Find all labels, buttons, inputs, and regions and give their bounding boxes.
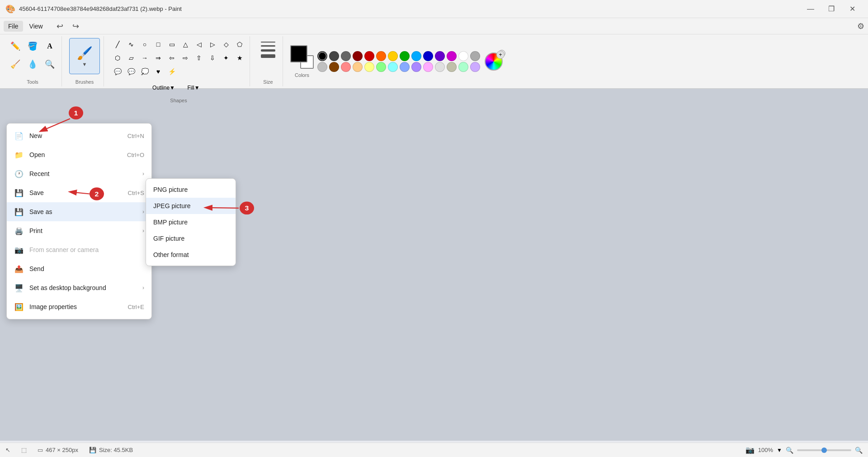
shape-callout1[interactable]: 💬 <box>111 65 124 78</box>
shape-heart[interactable]: ♥ <box>152 65 165 78</box>
shape-tri1[interactable]: △ <box>179 38 192 51</box>
color-peach[interactable] <box>353 62 363 72</box>
picker-tool[interactable]: 💧 <box>24 56 41 72</box>
saveas-bmp[interactable]: BMP picture <box>146 214 236 230</box>
shape-tri3[interactable]: ▷ <box>206 38 219 51</box>
color-selector[interactable] <box>290 45 314 69</box>
brushes-button[interactable]: 🖌️ ▼ <box>69 38 100 74</box>
shape-arrow4[interactable]: ⇨ <box>179 52 192 64</box>
shape-arrow5[interactable]: ⇧ <box>193 52 205 64</box>
menu-item-print[interactable]: 🖨️ Print › <box>7 221 151 240</box>
view-menu-button[interactable]: View <box>25 21 47 32</box>
color-periwinkle[interactable] <box>400 62 410 72</box>
size-4[interactable] <box>261 54 275 58</box>
size-1[interactable] <box>261 42 275 43</box>
shape-star5[interactable]: ★ <box>233 52 246 64</box>
screenshot-icon[interactable]: 📷 <box>745 446 755 454</box>
shape-tri2[interactable]: ◁ <box>193 38 205 51</box>
color-red[interactable] <box>364 51 374 61</box>
menu-item-open[interactable]: 📁 Open Ctrl+O <box>7 145 151 164</box>
color-lightgreen[interactable] <box>376 62 386 72</box>
shape-star4[interactable]: ✦ <box>220 52 232 64</box>
shape-pent[interactable]: ⬠ <box>233 38 246 51</box>
color-lightblue[interactable] <box>411 51 421 61</box>
pencil-tool[interactable]: ✏️ <box>7 38 24 54</box>
color-lightgray[interactable] <box>470 51 480 61</box>
color-gray[interactable] <box>341 51 351 61</box>
saveas-other[interactable]: Other format <box>146 247 236 263</box>
color-lilac[interactable] <box>470 62 480 72</box>
color-darkgray[interactable] <box>329 51 339 61</box>
color-darkred[interactable] <box>353 51 363 61</box>
shape-rect[interactable]: □ <box>152 38 165 51</box>
zoom-slider[interactable] <box>797 449 851 451</box>
color-white[interactable] <box>458 51 468 61</box>
color-lightyellow[interactable] <box>364 62 374 72</box>
size-2[interactable] <box>261 45 275 47</box>
color-silver[interactable] <box>317 62 327 72</box>
menu-item-properties[interactable]: 🖼️ Image properties Ctrl+E <box>7 297 151 316</box>
menu-item-recent[interactable]: 🕐 Recent › <box>7 164 151 183</box>
shape-callout3[interactable]: 💭 <box>138 65 151 78</box>
color-yellow[interactable] <box>388 51 398 61</box>
canvas-area[interactable]: 📄 New Ctrl+N 📁 Open Ctrl+O 🕐 Recent › 💾 … <box>0 89 868 441</box>
menu-item-saveas[interactable]: 💾 Save as › <box>7 202 151 221</box>
shape-arrow1[interactable]: → <box>138 52 151 64</box>
fill-tool[interactable]: 🪣 <box>24 38 41 54</box>
text-tool[interactable]: A <box>42 38 58 54</box>
zoom-out-icon[interactable]: 🔍 <box>786 447 793 454</box>
shape-line[interactable]: ╱ <box>111 38 124 51</box>
zoom-thumb[interactable] <box>821 447 827 453</box>
shape-arrow3[interactable]: ⇦ <box>165 52 178 64</box>
shape-para[interactable]: ▱ <box>125 52 137 64</box>
shape-oval[interactable]: ○ <box>138 38 151 51</box>
shape-curve[interactable]: ∿ <box>125 38 137 51</box>
saveas-gif[interactable]: GIF picture <box>146 230 236 247</box>
settings-button[interactable]: ⚙ <box>857 21 864 31</box>
file-menu-button[interactable]: File <box>4 21 23 32</box>
zoom-tool[interactable]: 🔍 <box>42 56 58 72</box>
menu-item-desktop[interactable]: 🖥️ Set as desktop background › <box>7 278 151 297</box>
color-tan[interactable] <box>447 62 457 72</box>
color-mint[interactable] <box>458 62 468 72</box>
primary-color[interactable] <box>290 45 307 62</box>
color-blue[interactable] <box>423 51 433 61</box>
eraser-tool[interactable]: 🧹 <box>7 56 24 72</box>
shape-arrow2[interactable]: ⇒ <box>152 52 165 64</box>
saveas-png[interactable]: PNG picture <box>146 181 236 198</box>
edit-colors-button[interactable]: + <box>485 52 503 71</box>
maximize-button[interactable]: ❐ <box>821 2 842 16</box>
saveas-jpeg[interactable]: JPEG picture <box>146 198 236 214</box>
shape-arrow6[interactable]: ⇩ <box>206 52 219 64</box>
shape-rect2[interactable]: ▭ <box>165 38 178 51</box>
zoom-dropdown[interactable]: ▼ <box>777 447 782 453</box>
color-magenta[interactable] <box>447 51 457 61</box>
shape-lightning[interactable]: ⚡ <box>165 65 178 78</box>
color-purple[interactable] <box>435 51 445 61</box>
menu-item-new[interactable]: 📄 New Ctrl+N <box>7 126 151 145</box>
zoom-value: 100% <box>758 447 773 453</box>
color-verylightgray[interactable] <box>435 62 445 72</box>
redo-button[interactable]: ↪ <box>69 19 83 33</box>
shape-hex[interactable]: ⬡ <box>111 52 124 64</box>
fill-button[interactable]: Fill▼ <box>180 80 207 96</box>
color-lavender[interactable] <box>411 62 421 72</box>
menu-item-save[interactable]: 💾 Save Ctrl+S <box>7 183 151 202</box>
color-green[interactable] <box>400 51 410 61</box>
shape-diamond[interactable]: ◇ <box>220 38 232 51</box>
minimize-button[interactable]: — <box>800 2 821 16</box>
undo-button[interactable]: ↩ <box>53 19 67 33</box>
close-button[interactable]: ✕ <box>842 2 863 16</box>
zoom-in-icon[interactable]: 🔍 <box>855 447 863 454</box>
color-pink[interactable] <box>341 62 351 72</box>
size-3[interactable] <box>261 49 275 52</box>
color-black[interactable] <box>317 51 327 61</box>
shape-callout2[interactable]: 💬 <box>125 65 137 78</box>
size-status: 💾 Size: 45.5KB <box>89 447 133 453</box>
color-orange[interactable] <box>376 51 386 61</box>
color-lightpink[interactable] <box>423 62 433 72</box>
menu-item-send[interactable]: 📤 Send <box>7 259 151 278</box>
outline-button[interactable]: Outline▼ <box>150 80 177 96</box>
color-brown[interactable] <box>329 62 339 72</box>
color-cyan[interactable] <box>388 62 398 72</box>
